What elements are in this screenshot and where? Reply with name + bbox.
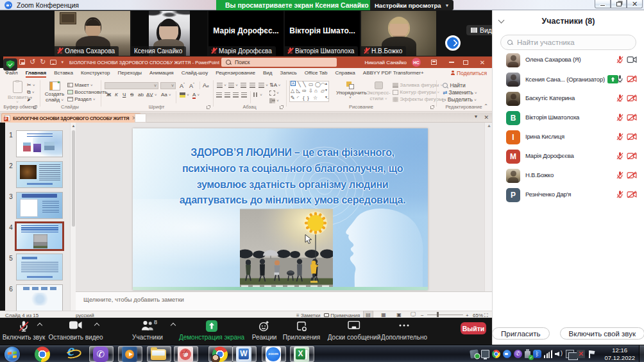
participant-row[interactable]: Олена Сахарова (Я) (493, 51, 644, 70)
reset-button[interactable]: Восстановить (67, 89, 107, 95)
shapes-scroll-up[interactable]: ▲ (325, 82, 328, 85)
layout-button[interactable]: Макет ˅ (67, 82, 93, 88)
highlight-button[interactable]: ˅ (180, 92, 189, 98)
taskbar-app-icon[interactable] (178, 347, 193, 362)
font-name-combo[interactable] (105, 82, 158, 89)
tabbar-close-icon[interactable]: ✕ (484, 114, 489, 121)
copy-button[interactable]: ⧉ ˅ (27, 89, 34, 96)
shadow-button[interactable]: ab (138, 92, 144, 98)
ribbon-tab[interactable]: Рецензирование (212, 68, 259, 78)
video-tile[interactable]: Олена Сахарова (55, 11, 130, 56)
strike-button[interactable]: S (130, 92, 133, 98)
replace-button[interactable]: ⇄ Заменить ˅ (443, 89, 477, 96)
invite-button[interactable]: Пригласить (492, 327, 550, 340)
tray-icon[interactable] (514, 350, 522, 358)
align-right-button[interactable] (233, 92, 239, 98)
slide-thumbnail[interactable] (16, 161, 63, 188)
chevron-up-icon[interactable] (171, 322, 176, 325)
spacing-button[interactable]: A̲V̲ ˅ (146, 92, 157, 98)
taskbar-app-icon[interactable] (212, 347, 228, 362)
slide-thumbnail[interactable] (16, 192, 63, 219)
redo-icon[interactable]: ↻ (40, 58, 46, 66)
video-tile[interactable]: Марія Дорофєс... Марія Дорофєєва (208, 11, 284, 56)
minimize-button[interactable] (595, 0, 611, 8)
document-tab[interactable]: БІОЛОГІЧНІ ОСНОВИ ЗДОРОВОГО СПОСОБУ ЖИТТ… (1, 113, 141, 123)
indent-button[interactable] (250, 82, 255, 88)
find-button[interactable]: Найти (443, 82, 466, 89)
shapes-scroll-down[interactable]: ▼ (325, 88, 328, 92)
scrollbar-thumb[interactable] (72, 130, 75, 227)
participant-row[interactable]: Ксения Сана... (Организатор) (493, 70, 644, 89)
shape-outline-button[interactable]: Контур фигуры ˅ (393, 89, 439, 95)
taskbar-app-icon[interactable] (93, 347, 108, 362)
taskbar-app-icon[interactable] (4, 347, 20, 362)
thumbnails-scrollbar[interactable]: ▲ (70, 123, 76, 311)
scroll-up-icon[interactable]: ▲ (72, 124, 76, 128)
slide-thumbnail[interactable] (16, 284, 63, 311)
ribbon-tab[interactable]: Office Tab (301, 68, 332, 78)
shapes-more[interactable]: ▼̲ (325, 95, 328, 99)
next-participants-button[interactable] (445, 35, 461, 51)
share-button[interactable]: Поделиться (450, 69, 487, 77)
ppt-minimize-button[interactable] (445, 56, 459, 68)
shrink-font-button[interactable]: Аˇ (189, 82, 194, 89)
taskbar-app-icon[interactable] (65, 347, 80, 362)
format-painter-button[interactable]: 🖌 (27, 96, 32, 102)
paragraph-dialog-launcher[interactable] (280, 106, 283, 109)
current-slide[interactable]: ЗДОРОВ’Я ЛЮДИНИ – це стан фізичного, пси… (133, 128, 428, 290)
zoom-slider-track[interactable] (427, 315, 463, 315)
slide-thumbnail[interactable] (16, 254, 63, 280)
bold-button[interactable]: Ж (106, 92, 111, 98)
tray-icon[interactable] (525, 351, 530, 358)
tray-icon[interactable] (544, 350, 552, 358)
paste-button[interactable]: Вставить˅ (8, 81, 27, 104)
ribbon-display-options-button[interactable] (427, 56, 441, 68)
tray-icon[interactable] (470, 349, 479, 359)
zoom-slider-thumb[interactable] (437, 312, 439, 317)
participant-row[interactable]: Н.В.Божко (493, 166, 644, 185)
quick-styles-button[interactable]: Экспресс- стили ˅ (366, 82, 391, 101)
editor-scrollbar[interactable]: ▲ (484, 123, 492, 291)
align-left-button[interactable] (216, 92, 222, 98)
restore-button[interactable] (611, 0, 627, 8)
ppt-restore-button[interactable] (459, 56, 473, 68)
undo-icon[interactable]: ↻ (30, 58, 35, 66)
shape-effects-button[interactable]: Эффекты фигуры ˅ (393, 96, 446, 102)
ribbon-tab[interactable]: Вставка (50, 68, 77, 78)
new-tab-button[interactable] (135, 114, 146, 123)
italic-button[interactable]: К (115, 92, 118, 98)
taskbar-app-icon[interactable] (294, 347, 309, 362)
unmute-button[interactable]: Включить свой звук (560, 327, 644, 340)
section-button[interactable]: Раздел ˅ (67, 96, 95, 102)
select-button[interactable]: ▷ Выделить ˅ (443, 96, 477, 103)
smartart-button[interactable]: ˅ (269, 98, 279, 103)
new-slide-button[interactable]: ＊ Создать слайд ˅ (44, 82, 65, 103)
tray-icon[interactable] (577, 350, 585, 358)
ribbon-tab[interactable]: Конструктор (77, 68, 114, 78)
tray-icon[interactable] (555, 350, 563, 358)
line-spacing-button[interactable]: ˅ (258, 82, 268, 88)
chevron-up-icon[interactable] (95, 322, 99, 325)
taskbar-app-icon[interactable] (151, 349, 166, 360)
slideshow-icon[interactable] (50, 60, 56, 65)
user-avatar-badge[interactable]: НС (412, 58, 421, 67)
clear-format-button[interactable]: А⌀ (203, 82, 209, 89)
view-settings-dropdown[interactable]: Настройки просмотра▼ (370, 0, 453, 10)
justify-button[interactable] (241, 92, 247, 98)
ribbon-tab[interactable]: Запись (276, 68, 300, 78)
align-center-button[interactable] (225, 92, 230, 98)
ppt-close-button[interactable]: ✕ (475, 56, 489, 68)
ppt-search-box[interactable]: Поиск (221, 58, 337, 67)
participant-row[interactable]: І Ірина Кислиця (493, 128, 644, 147)
collapse-ribbon-icon[interactable]: ⌃ (484, 103, 488, 109)
participant-row[interactable]: М Марія Дорофєєва (493, 147, 644, 166)
clipboard-dialog-launcher[interactable] (33, 106, 37, 109)
ribbon-tab[interactable]: Справка (331, 68, 359, 78)
video-tile[interactable]: Вікторія Шмато... Вікторія Шматолоха (285, 11, 360, 56)
text-direction-button[interactable]: ⇅A ˅ (269, 82, 280, 88)
underline-button[interactable]: Ч (123, 92, 126, 98)
leave-meeting-button[interactable]: Выйти (461, 322, 486, 334)
save-icon[interactable] (19, 59, 25, 65)
cut-button[interactable]: ✂ ˅ (27, 82, 35, 88)
numbering-button[interactable]: ˅ (228, 82, 238, 88)
